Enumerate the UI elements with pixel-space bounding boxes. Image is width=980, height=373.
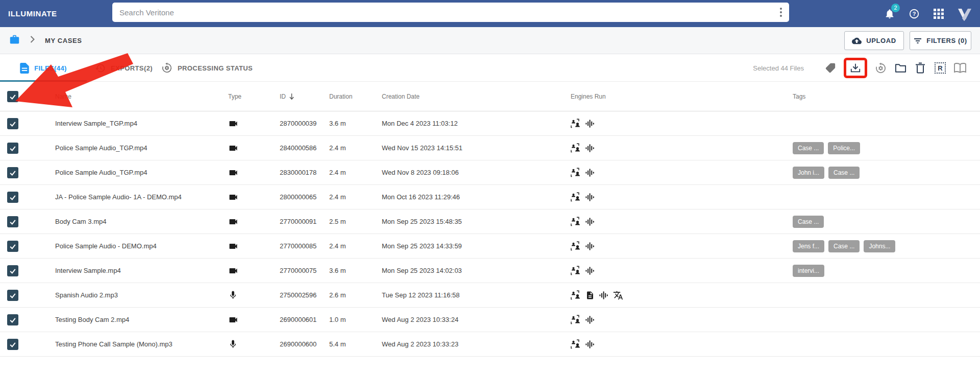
app-switcher-grid-icon[interactable] [932, 7, 945, 20]
upload-button[interactable]: UPLOAD [844, 31, 904, 50]
file-duration: 2.4 m [327, 169, 377, 176]
header-duration: Duration [327, 93, 377, 100]
speaker-detection-icon [571, 119, 581, 129]
header-name: Name [29, 93, 223, 100]
reprocess-button[interactable] [874, 61, 887, 75]
file-creation-date: Wed Nov 15 2023 14:15:51 [377, 144, 567, 152]
tab-files[interactable]: FILES(44) [0, 54, 87, 82]
file-name: JA - Police Sample Audio- 1A - DEMO.mp4 [29, 193, 223, 201]
notebook-button[interactable] [953, 61, 967, 75]
audio-waveform-icon [585, 192, 595, 202]
audio-file-icon [228, 290, 238, 300]
delete-button[interactable] [914, 61, 927, 75]
file-creation-date: Wed Aug 2 2023 10:33:24 [377, 316, 567, 323]
move-to-folder-button[interactable] [894, 61, 907, 75]
row-checkbox[interactable] [7, 314, 18, 325]
row-checkbox[interactable] [7, 339, 18, 350]
tab-exports[interactable]: EXPORTS(2) [95, 54, 153, 82]
file-id: 2770000091 [276, 218, 327, 225]
tab-toolbar: FILES(44) EXPORTS(2) PROCESSING STATUS S… [0, 54, 980, 82]
header-id[interactable]: ID [276, 93, 327, 100]
row-checkbox[interactable] [7, 118, 18, 129]
file-name: Testing Phone Call Sample (Mono).mp3 [29, 340, 223, 348]
audio-waveform-icon [585, 217, 595, 227]
row-checkbox[interactable] [7, 290, 18, 301]
table-row[interactable]: Interview Sample.mp427700000753.6 mMon S… [0, 259, 980, 283]
file-name: Police Sample Audio_TGP.mp4 [29, 169, 223, 176]
reprocess-gear-icon [875, 62, 887, 74]
file-name: Spanish Audio 2.mp3 [29, 291, 223, 299]
filter-icon [914, 38, 922, 44]
file-creation-date: Mon Sep 25 2023 15:48:35 [377, 218, 567, 225]
audio-file-icon [228, 339, 238, 349]
speaker-detection-icon [571, 290, 581, 300]
speaker-detection-icon [571, 192, 581, 202]
speaker-detection-icon [571, 339, 581, 349]
transcript-document-icon [585, 290, 595, 300]
table-row[interactable]: Interview Sample_TGP.mp428700000393.6 mM… [0, 111, 980, 136]
header-tags: Tags [789, 93, 980, 100]
file-duration: 3.6 m [327, 267, 377, 274]
briefcase-icon[interactable] [9, 34, 20, 47]
trash-icon [915, 62, 925, 74]
processing-gear-icon [161, 62, 173, 74]
file-id: 2830000178 [276, 169, 327, 176]
tag-icon [825, 62, 836, 74]
question-circle-icon: ? [909, 8, 920, 19]
row-checkbox[interactable] [7, 216, 18, 227]
tab-processing-status[interactable]: PROCESSING STATUS [161, 54, 253, 82]
redact-button[interactable]: R [934, 61, 947, 75]
row-checkbox[interactable] [7, 241, 18, 252]
row-checkbox[interactable] [7, 143, 18, 154]
notifications-bell-icon[interactable]: 2 [883, 7, 896, 20]
audio-waveform-icon [585, 119, 595, 129]
filters-button[interactable]: FILTERS (0) [910, 31, 971, 50]
table-row[interactable]: Body Cam 3.mp427700000912.5 mMon Sep 25 … [0, 209, 980, 234]
download-highlight-box [844, 58, 867, 78]
audio-waveform-icon [585, 339, 595, 349]
table-row[interactable]: Police Sample Audio - DEMO.mp42770000085… [0, 234, 980, 259]
tag-button[interactable] [824, 61, 837, 75]
file-duration: 2.4 m [327, 144, 377, 152]
tab-files-label: FILES(44) [34, 64, 67, 72]
header-engines-run: Engines Run [567, 93, 789, 100]
tag-chip: Case ... [793, 216, 824, 228]
row-checkbox[interactable] [7, 265, 18, 276]
table-row[interactable]: Police Sample Audio_TGP.mp428400005862.4… [0, 136, 980, 160]
row-checkbox[interactable] [7, 192, 18, 203]
row-checkbox[interactable] [7, 167, 18, 178]
file-duration: 2.4 m [327, 193, 377, 201]
file-id: 2840000586 [276, 144, 327, 152]
selected-files-count: Selected 44 Files [753, 64, 804, 72]
file-id: 2690000600 [276, 340, 327, 348]
file-creation-date: Mon Oct 16 2023 11:29:46 [377, 193, 567, 201]
table-row[interactable]: Police Sample Audio_TGP.mp428300001782.4… [0, 160, 980, 185]
file-creation-date: Tue Sep 12 2023 11:16:58 [377, 291, 567, 299]
file-creation-date: Mon Sep 25 2023 14:33:59 [377, 242, 567, 250]
file-table-body: Interview Sample_TGP.mp428700000393.6 mM… [0, 111, 980, 357]
breadcrumb[interactable]: MY CASES [45, 37, 82, 44]
tab-exports-label: EXPORTS(2) [111, 64, 153, 72]
table-row[interactable]: JA - Police Sample Audio- 1A - DEMO.mp42… [0, 185, 980, 209]
tab-processing-label: PROCESSING STATUS [178, 64, 253, 72]
file-creation-date: Mon Sep 25 2023 14:02:03 [377, 267, 567, 274]
search-options-menu-icon[interactable] [780, 8, 782, 17]
global-search-input[interactable]: Search Veritone [112, 3, 789, 22]
audio-waveform-icon [585, 241, 595, 251]
download-button[interactable] [849, 62, 862, 74]
file-creation-date: Wed Aug 2 2023 10:33:23 [377, 340, 567, 348]
file-id: 2770000085 [276, 242, 327, 250]
video-file-icon [228, 217, 238, 227]
file-name: Police Sample Audio - DEMO.mp4 [29, 242, 223, 250]
table-row[interactable]: Testing Phone Call Sample (Mono).mp32690… [0, 332, 980, 357]
select-all-checkbox[interactable] [7, 91, 18, 102]
file-id: 2870000039 [276, 120, 327, 127]
translate-icon [613, 290, 623, 300]
table-row[interactable]: Testing Body Cam 2.mp426900006011.0 mWed… [0, 308, 980, 332]
grid-icon [934, 9, 944, 19]
table-row[interactable]: Spanish Audio 2.mp327500025962.6 mTue Se… [0, 283, 980, 308]
help-icon[interactable]: ? [908, 7, 921, 20]
veritone-logo[interactable] [957, 7, 973, 20]
cloud-upload-icon [852, 37, 862, 44]
speaker-detection-icon [571, 266, 581, 276]
